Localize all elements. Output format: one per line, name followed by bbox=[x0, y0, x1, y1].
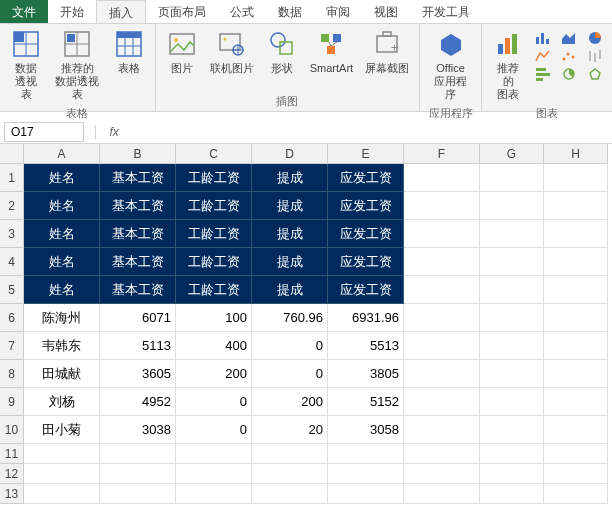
cell[interactable]: 6071 bbox=[100, 304, 176, 332]
cell[interactable] bbox=[480, 164, 544, 192]
cell[interactable] bbox=[404, 304, 480, 332]
cell[interactable]: 工龄工资 bbox=[176, 276, 252, 304]
tab-developer[interactable]: 开发工具 bbox=[410, 0, 482, 23]
line-chart-icon[interactable] bbox=[534, 48, 552, 64]
cell[interactable] bbox=[100, 484, 176, 504]
cell[interactable] bbox=[480, 416, 544, 444]
row-header-11[interactable]: 11 bbox=[0, 444, 24, 464]
cell[interactable] bbox=[404, 360, 480, 388]
cell[interactable] bbox=[544, 484, 608, 504]
row-header-8[interactable]: 8 bbox=[0, 360, 24, 388]
cell[interactable] bbox=[544, 192, 608, 220]
select-all-corner[interactable] bbox=[0, 144, 24, 164]
stock-chart-icon[interactable] bbox=[586, 48, 604, 64]
cell[interactable] bbox=[404, 484, 480, 504]
cell[interactable]: 应发工资 bbox=[328, 220, 404, 248]
cell[interactable]: 0 bbox=[252, 360, 328, 388]
cell[interactable]: 姓名 bbox=[24, 220, 100, 248]
column-chart-icon[interactable] bbox=[534, 30, 552, 46]
cell[interactable] bbox=[544, 444, 608, 464]
row-header-7[interactable]: 7 bbox=[0, 332, 24, 360]
cell[interactable]: 提成 bbox=[252, 164, 328, 192]
cell[interactable] bbox=[404, 276, 480, 304]
row-header-9[interactable]: 9 bbox=[0, 388, 24, 416]
bar-chart-icon[interactable] bbox=[534, 66, 552, 82]
row-header-2[interactable]: 2 bbox=[0, 192, 24, 220]
cell[interactable] bbox=[404, 164, 480, 192]
cell[interactable]: 姓名 bbox=[24, 192, 100, 220]
row-header-4[interactable]: 4 bbox=[0, 248, 24, 276]
cell[interactable] bbox=[404, 220, 480, 248]
other-chart-icon[interactable] bbox=[560, 66, 578, 82]
cell[interactable] bbox=[480, 360, 544, 388]
cell[interactable]: 提成 bbox=[252, 276, 328, 304]
table-button[interactable]: 表格 bbox=[109, 26, 149, 104]
cell[interactable] bbox=[252, 484, 328, 504]
row-header-6[interactable]: 6 bbox=[0, 304, 24, 332]
row-header-10[interactable]: 10 bbox=[0, 416, 24, 444]
cell[interactable]: 5513 bbox=[328, 332, 404, 360]
col-header-H[interactable]: H bbox=[544, 144, 608, 164]
cell[interactable] bbox=[544, 220, 608, 248]
tab-formulas[interactable]: 公式 bbox=[218, 0, 266, 23]
col-header-C[interactable]: C bbox=[176, 144, 252, 164]
name-box[interactable] bbox=[4, 122, 84, 142]
cell[interactable]: 0 bbox=[176, 388, 252, 416]
cell[interactable] bbox=[480, 276, 544, 304]
tab-page-layout[interactable]: 页面布局 bbox=[146, 0, 218, 23]
cell[interactable] bbox=[480, 248, 544, 276]
cell[interactable] bbox=[544, 388, 608, 416]
cell[interactable] bbox=[480, 192, 544, 220]
cell[interactable]: 应发工资 bbox=[328, 164, 404, 192]
cell[interactable]: 200 bbox=[252, 388, 328, 416]
shapes-button[interactable]: 形状 bbox=[262, 26, 302, 77]
cell[interactable]: 田城献 bbox=[24, 360, 100, 388]
tab-home[interactable]: 开始 bbox=[48, 0, 96, 23]
area-chart-icon[interactable] bbox=[560, 30, 578, 46]
smartart-button[interactable]: SmartArt bbox=[306, 26, 357, 77]
row-header-3[interactable]: 3 bbox=[0, 220, 24, 248]
cell[interactable] bbox=[480, 220, 544, 248]
cell[interactable]: 3605 bbox=[100, 360, 176, 388]
cell[interactable]: 基本工资 bbox=[100, 276, 176, 304]
cell[interactable] bbox=[480, 484, 544, 504]
tab-data[interactable]: 数据 bbox=[266, 0, 314, 23]
cell[interactable]: 应发工资 bbox=[328, 248, 404, 276]
cell[interactable] bbox=[544, 248, 608, 276]
cell[interactable]: 3058 bbox=[328, 416, 404, 444]
cell[interactable] bbox=[480, 332, 544, 360]
recommended-pivot-button[interactable]: 推荐的 数据透视表 bbox=[50, 26, 105, 104]
cell[interactable]: 基本工资 bbox=[100, 192, 176, 220]
cell[interactable]: 5113 bbox=[100, 332, 176, 360]
cell[interactable] bbox=[404, 444, 480, 464]
cell[interactable]: 基本工资 bbox=[100, 248, 176, 276]
cell[interactable]: 提成 bbox=[252, 248, 328, 276]
cell[interactable]: 基本工资 bbox=[100, 220, 176, 248]
cell[interactable]: 姓名 bbox=[24, 164, 100, 192]
cell[interactable] bbox=[404, 388, 480, 416]
cell[interactable]: 3805 bbox=[328, 360, 404, 388]
formula-input[interactable] bbox=[125, 122, 612, 142]
cell[interactable]: 工龄工资 bbox=[176, 192, 252, 220]
office-apps-button[interactable]: Office 应用程序 bbox=[426, 26, 475, 104]
cell[interactable]: 姓名 bbox=[24, 248, 100, 276]
col-header-D[interactable]: D bbox=[252, 144, 328, 164]
tab-insert[interactable]: 插入 bbox=[96, 0, 146, 23]
cell[interactable] bbox=[176, 464, 252, 484]
cell[interactable]: 工龄工资 bbox=[176, 248, 252, 276]
cell[interactable]: 工龄工资 bbox=[176, 164, 252, 192]
cell[interactable]: 6931.96 bbox=[328, 304, 404, 332]
cell[interactable] bbox=[544, 360, 608, 388]
col-header-G[interactable]: G bbox=[480, 144, 544, 164]
cell[interactable] bbox=[480, 444, 544, 464]
col-header-E[interactable]: E bbox=[328, 144, 404, 164]
picture-button[interactable]: 图片 bbox=[162, 26, 202, 77]
cell[interactable]: 4952 bbox=[100, 388, 176, 416]
cell[interactable]: 5152 bbox=[328, 388, 404, 416]
cell[interactable] bbox=[404, 332, 480, 360]
cell[interactable] bbox=[252, 464, 328, 484]
cell[interactable]: 刘杨 bbox=[24, 388, 100, 416]
cell[interactable]: 提成 bbox=[252, 192, 328, 220]
cell[interactable] bbox=[328, 444, 404, 464]
cell[interactable]: 20 bbox=[252, 416, 328, 444]
